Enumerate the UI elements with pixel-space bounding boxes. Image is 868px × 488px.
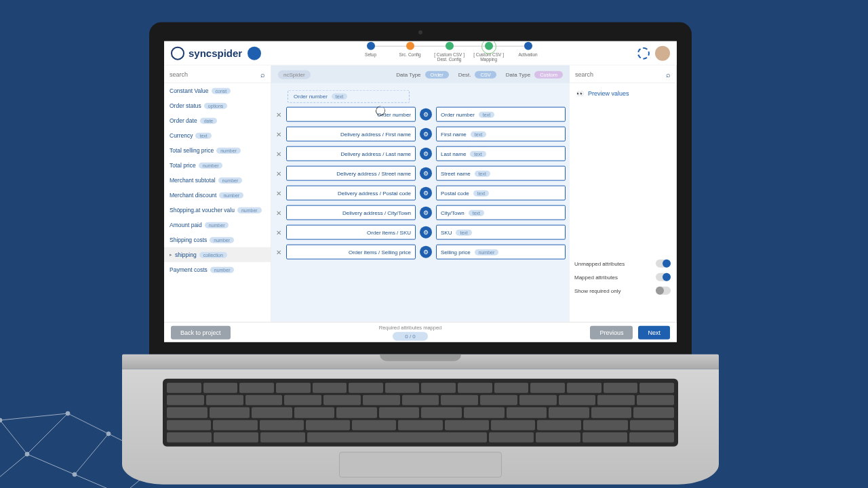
source-attr-item[interactable]: Merchant discountnumber <box>164 188 271 203</box>
mapping-source-box[interactable]: Delivery address / First name <box>286 127 416 142</box>
mapping-dest-box[interactable]: Street nametext <box>436 166 566 181</box>
back-to-project-button[interactable]: Back to project <box>171 325 231 339</box>
mapping-gear-icon[interactable]: ⚙ <box>420 148 432 160</box>
mapping-dest-type: text <box>479 111 494 117</box>
mapping-source-box[interactable]: Order items / Selling price <box>286 245 416 260</box>
remove-mapping-icon[interactable]: ✕ <box>275 209 282 216</box>
dest-data-type-value: Custom <box>534 70 563 78</box>
user-avatar[interactable] <box>655 45 670 60</box>
progress-label: Required attributes mapped <box>236 324 585 330</box>
mapping-source-box[interactable]: Delivery address / City/Town <box>286 205 416 220</box>
step-2[interactable]: [ Custom CSV ]Dest. Config <box>430 41 469 61</box>
search-icon[interactable]: ⌕ <box>260 70 265 78</box>
mapping-panel: ncSpider Data Type Order Dest. CSV Data … <box>271 66 570 322</box>
app-badge-icon <box>248 46 261 60</box>
source-attr-list: Constant ValueconstOrder statusoptionsOr… <box>164 83 271 307</box>
drag-slot[interactable]: Order number text <box>288 90 410 103</box>
attr-type-tag: date <box>200 117 218 123</box>
step-dot-icon <box>406 41 414 49</box>
attr-name: Merchant discount <box>170 192 216 199</box>
attr-name: Total selling price <box>170 147 214 154</box>
svg-line-5 <box>0 413 68 420</box>
source-attr-item[interactable]: Order datedate <box>164 113 271 128</box>
mapping-dest-box[interactable]: Selling pricenumber <box>436 245 566 260</box>
remove-mapping-icon[interactable]: ✕ <box>275 150 282 157</box>
source-attr-item[interactable]: Merchant subtotalnumber <box>164 173 271 188</box>
step-4[interactable]: Activation <box>509 41 548 56</box>
mapping-dest-box[interactable]: Order numbertext <box>436 107 566 122</box>
remove-mapping-icon[interactable]: ✕ <box>275 228 282 236</box>
attr-name: Shöpping.at voucher valu <box>170 207 235 214</box>
remove-mapping-icon[interactable]: ✕ <box>275 130 282 138</box>
filter-toggles: Unmapped attributesMapped attributesShow… <box>574 257 671 298</box>
mapping-gear-icon[interactable]: ⚙ <box>420 108 432 121</box>
mapping-gear-icon[interactable]: ⚙ <box>420 128 432 140</box>
toggle-switch[interactable] <box>656 273 671 281</box>
progress-value: 0 / 0 <box>393 331 428 340</box>
source-attr-item[interactable]: Total pricenumber <box>164 158 271 173</box>
toggle-switch[interactable] <box>656 287 671 295</box>
help-icon[interactable] <box>637 47 650 59</box>
step-label: [ Custom CSV ]Mapping <box>473 52 504 61</box>
attr-type-tag: number <box>218 177 243 183</box>
toggle-label: Mapped attributes <box>574 274 618 280</box>
mapping-source-box[interactable]: Delivery address / Postal code <box>286 186 416 201</box>
remove-mapping-icon[interactable]: ✕ <box>275 169 282 177</box>
mapping-source-box[interactable]: Order number <box>286 107 416 122</box>
mapping-dest-box[interactable]: Last nametext <box>436 146 566 161</box>
data-type-value: Order <box>425 70 449 78</box>
step-3[interactable]: [ Custom CSV ]Mapping <box>469 41 509 61</box>
attr-name: Order status <box>170 102 201 109</box>
mapping-gear-icon[interactable]: ⚙ <box>420 207 432 219</box>
drag-slot-label: Order number <box>294 94 328 100</box>
source-attr-item[interactable]: Order statusoptions <box>164 98 271 113</box>
mapping-gear-icon[interactable]: ⚙ <box>420 187 432 199</box>
mapping-source-box[interactable]: Delivery address / Street name <box>286 166 416 181</box>
mapping-source-box[interactable]: Order items / SKU <box>286 225 416 240</box>
mapping-gear-icon[interactable]: ⚙ <box>420 246 432 258</box>
source-attr-item[interactable]: Shöpping.at voucher valunumber <box>164 203 271 218</box>
remove-mapping-icon[interactable]: ✕ <box>275 248 282 256</box>
source-attr-item[interactable]: Amount paidnumber <box>164 218 271 232</box>
dest-value: CSV <box>475 70 496 78</box>
preview-values-link[interactable]: 👀 Preview values <box>570 83 676 104</box>
mapping-dest-box[interactable]: City/Towntext <box>436 205 566 220</box>
destination-panel: ⌕ 👀 Preview values Unmapped attributesMa… <box>570 66 677 322</box>
mapping-gear-icon[interactable]: ⚙ <box>420 167 432 180</box>
src-app-chip: ncSpider <box>278 70 311 79</box>
attr-type-tag: number <box>216 147 241 153</box>
mapping-row: ✕Delivery address / City/Town⚙City/Townt… <box>275 205 566 220</box>
step-dot-icon <box>524 41 532 49</box>
source-attr-item[interactable]: Constant Valueconst <box>164 83 271 98</box>
step-1[interactable]: Src. Config <box>391 41 430 56</box>
source-attr-item[interactable]: Currencytext <box>164 128 271 143</box>
remove-mapping-icon[interactable]: ✕ <box>275 189 282 197</box>
source-search-input[interactable] <box>170 70 260 77</box>
next-button[interactable]: Next <box>638 325 670 339</box>
source-attr-item[interactable]: Shipping costsnumber <box>164 232 271 247</box>
mapping-source-box[interactable]: Delivery address / Last name <box>286 146 416 161</box>
mapping-dest-type: text <box>456 229 471 235</box>
mapping-dest-box[interactable]: First nametext <box>436 127 566 142</box>
source-attr-item[interactable]: ▸shippingcollection <box>164 247 271 262</box>
source-attributes-panel: ⌕ Constant ValueconstOrder statusoptions… <box>164 66 271 322</box>
source-attr-item[interactable]: Total selling pricenumber <box>164 143 271 158</box>
binoculars-icon: 👀 <box>576 90 584 97</box>
svg-line-4 <box>68 413 108 434</box>
step-0[interactable]: Setup <box>351 41 391 56</box>
mapping-dest-label: City/Town <box>441 209 465 216</box>
remove-mapping-icon[interactable]: ✕ <box>275 110 282 118</box>
dest-search-input[interactable] <box>575 70 666 77</box>
dest-data-type-label: Data Type <box>506 71 530 77</box>
search-icon[interactable]: ⌕ <box>666 70 671 78</box>
mapping-dest-type: text <box>469 209 484 216</box>
toggle-switch[interactable] <box>656 260 671 268</box>
step-label: Activation <box>519 52 538 56</box>
attr-type-tag: const <box>212 87 231 94</box>
mapping-dest-box[interactable]: Postal codetext <box>436 186 566 201</box>
mapping-dest-type: text <box>471 131 486 137</box>
previous-button[interactable]: Previous <box>590 325 633 339</box>
mapping-dest-box[interactable]: SKUtext <box>436 225 566 240</box>
source-attr-item[interactable]: Payment costsnumber <box>164 262 271 277</box>
mapping-gear-icon[interactable]: ⚙ <box>420 226 432 239</box>
